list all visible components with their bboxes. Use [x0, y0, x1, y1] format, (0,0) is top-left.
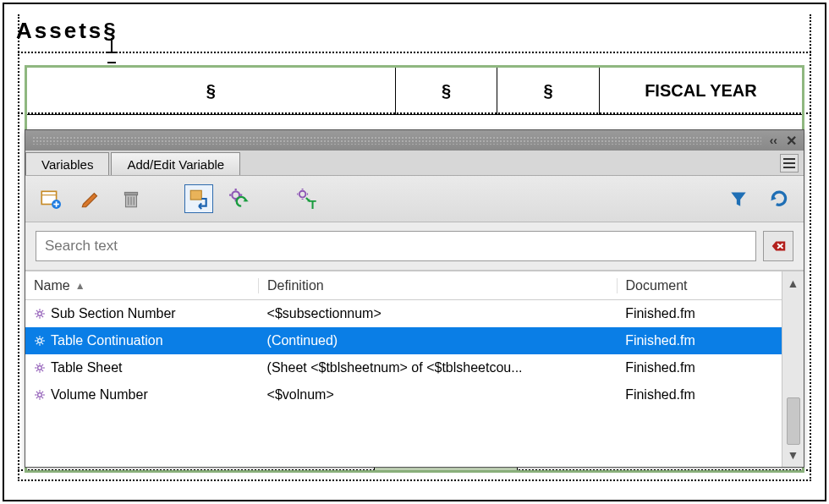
column-header-document[interactable]: Document — [618, 278, 782, 293]
svg-line-27 — [36, 315, 38, 317]
header-cell: § — [27, 68, 396, 114]
row-document: Finished.fm — [617, 306, 782, 321]
svg-rect-10 — [190, 190, 201, 200]
header-cell: § — [396, 68, 498, 114]
table-row[interactable]: Table Continuation(Continued)Finished.fm — [25, 327, 782, 354]
row-name: Volume Number — [51, 387, 148, 403]
delete-button[interactable] — [117, 184, 145, 213]
svg-point-13 — [299, 191, 306, 198]
svg-line-36 — [36, 342, 38, 344]
clear-icon — [769, 237, 788, 255]
svg-line-28 — [41, 310, 43, 312]
svg-line-46 — [41, 364, 43, 366]
row-document: Finished.fm — [617, 387, 782, 403]
refresh-button[interactable] — [765, 184, 793, 213]
scroll-thumb[interactable] — [787, 397, 800, 445]
svg-line-44 — [41, 370, 43, 371]
header-cell-fiscal-year: FISCAL YEAR — [600, 68, 802, 114]
update-button[interactable] — [225, 184, 254, 213]
collapse-icon[interactable]: ‹‹ — [770, 134, 777, 147]
toolbar: T — [25, 176, 804, 222]
insert-icon — [188, 188, 210, 210]
svg-line-53 — [41, 397, 43, 398]
svg-line-25 — [36, 310, 38, 312]
table-row[interactable]: Volume Number<$volnum>Finished.fm — [25, 381, 782, 408]
svg-line-45 — [36, 370, 38, 371]
svg-line-34 — [36, 337, 38, 339]
filter-button[interactable] — [724, 184, 753, 213]
svg-line-54 — [36, 397, 38, 398]
row-definition: (Sheet <$tblsheetnum> of <$tblsheetcou..… — [259, 360, 618, 375]
panel-titlebar[interactable]: ‹‹ ✕ — [25, 130, 804, 151]
gear-refresh-icon — [228, 188, 250, 210]
text-cursor — [107, 52, 116, 63]
table-row[interactable]: Sub Section Number<$subsectionnum>Finish… — [25, 300, 782, 327]
column-header-definition[interactable]: Definition — [259, 278, 618, 293]
trash-icon — [120, 188, 142, 210]
panel-grip[interactable] — [32, 136, 761, 145]
row-document: Finished.fm — [617, 360, 782, 375]
table-header-row: § § § FISCAL YEAR — [27, 68, 802, 115]
row-name: Table Sheet — [51, 360, 123, 375]
gear-icon — [34, 308, 46, 320]
gear-icon — [34, 389, 46, 401]
clear-search-button[interactable] — [763, 231, 793, 261]
svg-text:T: T — [309, 198, 316, 210]
scroll-up-icon[interactable]: ▲ — [788, 277, 799, 290]
svg-point-38 — [38, 366, 42, 370]
panel-menu-icon[interactable] — [780, 154, 799, 173]
sort-asc-icon: ▲ — [75, 280, 85, 292]
row-document: Finished.fm — [617, 333, 782, 348]
svg-marker-16 — [731, 192, 745, 205]
edit-button[interactable] — [76, 184, 105, 213]
svg-line-37 — [41, 337, 43, 339]
insert-button[interactable] — [184, 184, 213, 213]
svg-marker-12 — [243, 199, 249, 201]
row-name: Table Continuation — [51, 333, 163, 348]
filter-icon — [727, 188, 749, 210]
column-header-name[interactable]: Name ▲ — [25, 278, 259, 293]
header-cell: § — [497, 68, 600, 114]
svg-line-35 — [41, 342, 43, 344]
row-name: Sub Section Number — [51, 306, 176, 321]
column-header-row: Name ▲ Definition Document — [25, 271, 782, 300]
tab-add-edit-variable[interactable]: Add/Edit Variable — [111, 152, 240, 175]
row-definition: <$subsectionnum> — [259, 306, 618, 321]
column-name-label: Name — [34, 278, 70, 293]
close-icon[interactable]: ✕ — [786, 133, 797, 149]
tab-bar: Variables Add/Edit Variable — [25, 151, 804, 176]
search-row — [25, 222, 804, 271]
convert-text-icon: T — [296, 188, 318, 210]
scroll-down-icon[interactable]: ▼ — [788, 448, 799, 462]
convert-to-text-button[interactable]: T — [293, 184, 321, 213]
svg-point-20 — [38, 312, 42, 316]
svg-line-55 — [41, 392, 43, 393]
svg-line-26 — [41, 315, 43, 317]
refresh-icon — [768, 188, 790, 210]
gear-icon — [34, 335, 46, 347]
svg-point-29 — [38, 339, 42, 343]
scrollbar[interactable]: ▲ ▼ — [782, 271, 804, 467]
pencil-icon — [80, 188, 102, 210]
new-variable-button[interactable] — [36, 184, 64, 213]
table-row[interactable]: Table Sheet(Sheet <$tblsheetnum> of <$tb… — [25, 354, 782, 381]
row-definition: (Continued) — [259, 333, 618, 348]
page-title: Assets§ — [16, 18, 815, 44]
svg-line-43 — [36, 364, 38, 366]
gear-icon — [34, 362, 46, 374]
svg-line-52 — [36, 392, 38, 393]
svg-point-47 — [38, 393, 42, 397]
search-input[interactable] — [36, 231, 756, 261]
row-definition: <$volnum> — [259, 387, 618, 403]
variables-panel: ‹‹ ✕ Variables Add/Edit Variable — [25, 129, 804, 468]
variables-table: Name ▲ Definition Document Sub Section N… — [25, 271, 804, 467]
svg-rect-6 — [124, 192, 137, 194]
new-icon — [39, 188, 61, 210]
tab-variables[interactable]: Variables — [25, 152, 109, 175]
